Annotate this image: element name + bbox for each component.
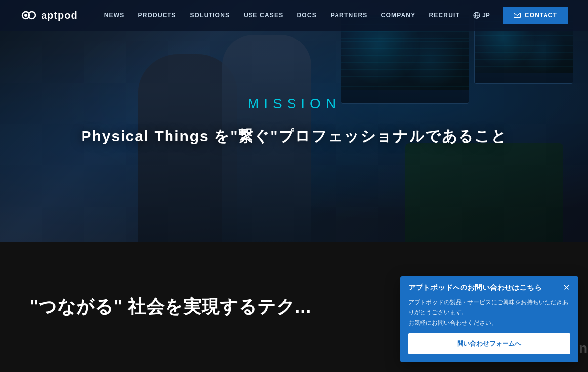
popup-title: アプトポッドへのお問い合わせはこちら (408, 283, 542, 292)
hero-section: MISSION Physical Things を"繋ぐ"プロフェッショナルであ… (0, 0, 588, 242)
mission-tagline: Physical Things を"繋ぐ"プロフェッショナルであること (81, 126, 506, 147)
popup-header: アプトポッドへのお問い合わせはこちら ✕ (400, 276, 578, 297)
language-switcher[interactable]: JP (466, 12, 497, 19)
popup-body-text: アプトポッドの製品・サービスにご興味をお持ちいただきありがとうございます。お気軽… (408, 297, 570, 328)
logo-link[interactable]: aptpod (20, 6, 78, 24)
popup-contact-button[interactable]: 問い合わせフォームへ (408, 333, 570, 354)
logo-icon (20, 6, 38, 24)
contact-button[interactable]: CONTACT (503, 7, 568, 24)
dark-section-text: "つながる" 社会を実現するテク... (30, 295, 311, 319)
nav-use-cases[interactable]: USE CASES (237, 0, 290, 31)
contact-popup: アプトポッドへのお問い合わせはこちら ✕ アプトポッドの製品・サービスにご興味を… (400, 276, 578, 362)
nav-solutions[interactable]: SOLUTIONS (183, 0, 237, 31)
hero-text-block: MISSION Physical Things を"繋ぐ"プロフェッショナルであ… (81, 96, 506, 147)
nav-products[interactable]: PRODUCTS (131, 0, 183, 31)
popup-close-button[interactable]: ✕ (563, 283, 570, 292)
nav-docs[interactable]: DOCS (290, 0, 323, 31)
mission-label: MISSION (81, 96, 506, 112)
page-wrapper: MISSION Physical Things を"繋ぐ"プロフェッショナルであ… (0, 0, 588, 372)
nav-news[interactable]: NEWS (97, 0, 131, 31)
site-header: aptpod NEWS PRODUCTS SOLUTIONS USE CASES… (0, 0, 588, 31)
nav-partners[interactable]: PARTNERS (324, 0, 375, 31)
email-icon (514, 13, 521, 18)
nav-company[interactable]: COMPANY (375, 0, 422, 31)
svg-point-2 (24, 14, 27, 17)
lang-label: JP (482, 12, 490, 19)
circuit-board (405, 143, 563, 242)
globe-icon (473, 12, 480, 19)
main-nav: NEWS PRODUCTS SOLUTIONS USE CASES DOCS P… (97, 0, 503, 31)
dark-section: "つながる" 社会を実現するテク... R Revain アプトポッドへのお問い… (0, 242, 588, 372)
logo-text: aptpod (42, 10, 78, 21)
nav-recruit[interactable]: RECRUIT (422, 0, 466, 31)
contact-label: CONTACT (525, 12, 557, 19)
popup-body: アプトポッドの製品・サービスにご興味をお持ちいただきありがとうございます。お気軽… (400, 297, 578, 362)
